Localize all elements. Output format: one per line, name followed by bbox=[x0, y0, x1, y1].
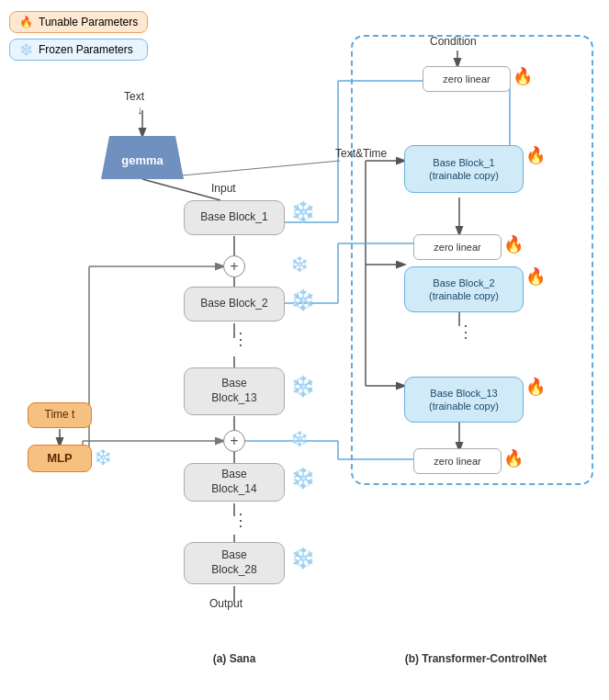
output-label: Output bbox=[209, 597, 242, 610]
legend-frozen: ❄️ Frozen Parameters bbox=[9, 39, 148, 61]
base-block-2-trainable: Base Block_2(trainable copy) bbox=[404, 266, 524, 312]
base-block-14: BaseBlock_14 bbox=[184, 463, 285, 502]
plus-circle-1: + bbox=[223, 255, 245, 277]
fire-block2-trainable: 🔥 bbox=[525, 266, 546, 287]
gemma-block: gemma bbox=[101, 136, 184, 179]
frozen-label: Frozen Parameters bbox=[39, 43, 133, 56]
fire-block1-trainable: 🔥 bbox=[525, 145, 546, 165]
snowflake-block1: ❄️ bbox=[290, 200, 315, 224]
fire-zero-linear-bot: 🔥 bbox=[503, 448, 524, 469]
base-block-13: BaseBlock_13 bbox=[184, 367, 285, 415]
legend-tunable: 🔥 Tunable Parameters bbox=[9, 11, 148, 33]
base-block-13-trainable: Base Block_13(trainable copy) bbox=[404, 377, 524, 423]
caption-b: (b) Transformer-ControlNet bbox=[384, 652, 568, 665]
text-arrow: ↓ bbox=[137, 103, 143, 117]
base-block-2: Base Block_2 bbox=[184, 287, 285, 322]
fire-block13-trainable: 🔥 bbox=[525, 377, 546, 397]
base-block-13-text: BaseBlock_13 bbox=[211, 377, 256, 405]
snowflake-block28: ❄️ bbox=[290, 547, 315, 570]
condition-label: Condition bbox=[430, 35, 477, 48]
snowflake-plus2: ❄️ bbox=[290, 430, 309, 447]
diagram-container: 🔥 Tunable Parameters ❄️ Frozen Parameter… bbox=[0, 0, 609, 700]
text-time-label: Text&Time bbox=[335, 147, 387, 160]
caption-a: (a) Sana bbox=[179, 652, 289, 665]
input-label: Input bbox=[211, 182, 236, 195]
fire-icon-legend: 🔥 bbox=[19, 16, 33, 28]
tunable-label: Tunable Parameters bbox=[39, 16, 138, 28]
base-block-13-trainable-text: Base Block_13(trainable copy) bbox=[429, 387, 499, 413]
snowflake-block14: ❄️ bbox=[290, 467, 315, 491]
base-block-1-trainable-text: Base Block_1(trainable copy) bbox=[429, 156, 499, 183]
mlp-block: MLP bbox=[28, 445, 92, 472]
fire-zero-linear-mid: 🔥 bbox=[503, 234, 524, 254]
fire-zero-linear-top: 🔥 bbox=[513, 66, 533, 86]
snowflake-block13: ❄️ bbox=[290, 375, 315, 399]
time-block: Time t bbox=[28, 402, 92, 428]
snowflake-icon-legend: ❄️ bbox=[19, 43, 33, 56]
svg-line-1 bbox=[142, 179, 220, 200]
base-block-1: Base Block_1 bbox=[184, 200, 285, 235]
time-arrow: ↓ bbox=[57, 430, 63, 444]
base-block-14-text: BaseBlock_14 bbox=[211, 468, 256, 496]
zero-linear-bot: zero linear bbox=[413, 448, 502, 474]
text-label: Text bbox=[124, 90, 144, 103]
dots-2: ⋮ bbox=[232, 510, 249, 530]
snowflake-block2: ❄️ bbox=[290, 288, 315, 312]
snowflake-plus1: ❄️ bbox=[290, 255, 309, 273]
base-block-28-text: BaseBlock_28 bbox=[211, 548, 256, 577]
dots-right: ⋮ bbox=[457, 322, 474, 342]
zero-linear-mid: zero linear bbox=[413, 234, 502, 260]
snowflake-mlp: ❄️ bbox=[94, 448, 112, 466]
base-block-2-trainable-text: Base Block_2(trainable copy) bbox=[429, 277, 499, 303]
base-block-28: BaseBlock_28 bbox=[184, 542, 285, 584]
dots-1: ⋮ bbox=[232, 329, 249, 349]
legend: 🔥 Tunable Parameters ❄️ Frozen Parameter… bbox=[9, 11, 148, 61]
zero-linear-top: zero linear bbox=[423, 66, 511, 92]
plus-circle-2: + bbox=[223, 430, 245, 452]
base-block-1-trainable: Base Block_1(trainable copy) bbox=[404, 145, 524, 193]
